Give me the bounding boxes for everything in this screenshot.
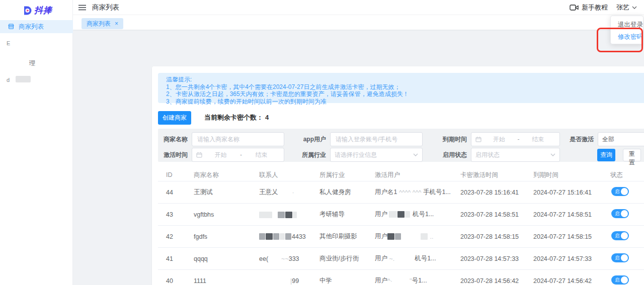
filter-label-app-user: app用户: [300, 135, 326, 144]
notice-line: 2、卡密从激活之日起，365天内有效；卡密是您的重要资产，请妥善保管，避免造成损…: [166, 90, 644, 98]
tutorial-button[interactable]: 新手教程: [570, 3, 608, 12]
notice-box: 温馨提示: 1、您一共剩余4个卡密，其中4个需要在2024-07-27日之前生成…: [158, 73, 644, 103]
status-toggle[interactable]: 启: [611, 275, 629, 284]
industry-select[interactable]: 请选择行业信息: [330, 148, 423, 162]
shop-icon: [8, 23, 15, 30]
table-cell: 4433: [259, 233, 319, 240]
table-row: 401111|99中学用户^·''号1...2023-07-28 14:56:4…: [158, 270, 644, 285]
chevron-down-icon: [550, 153, 555, 156]
toggle-on-label: 启: [615, 277, 619, 283]
app-user-input[interactable]: [335, 135, 418, 143]
status-toggle[interactable]: 启: [611, 253, 629, 262]
table-cell: 用户 ~.机号1...: [375, 254, 460, 263]
menu-toggle-icon[interactable]: [78, 5, 86, 11]
table-cell: 2024-07-27 14:58:51: [533, 211, 610, 218]
date-start-placeholder: 开始: [202, 151, 239, 159]
table-cell: 2023-07-28 15:16:41: [460, 188, 533, 196]
select-value: 全部: [602, 135, 614, 144]
table-cell: 40: [158, 277, 194, 284]
activate-time-daterange[interactable]: 开始 - 结束: [192, 148, 284, 162]
table-cell: 1111: [194, 277, 259, 284]
table-cell: 2024-07-27 14:57:33: [533, 255, 610, 262]
table-cell: [259, 211, 319, 218]
menu-item-change-password[interactable]: 修改密码: [611, 31, 643, 43]
create-merchant-button[interactable]: 创建商家: [158, 111, 191, 125]
column-header: 状态: [610, 171, 644, 179]
merchant-table: ID商家名称联系人所属行业激活用户卡密激活时间到期时间状态操作 44王测试王意乂…: [158, 169, 644, 285]
tab-strip: 商家列表 ×: [73, 15, 644, 30]
tab-label: 商家列表: [87, 20, 111, 28]
redaction-box: [273, 233, 279, 240]
sidebar-item-merchant-list[interactable]: 商家列表: [0, 20, 73, 33]
tab-merchant-list[interactable]: 商家列表 ×: [82, 18, 123, 29]
redaction-box: [387, 233, 394, 240]
table-cell: 42: [158, 233, 194, 240]
tab-close-icon[interactable]: ×: [115, 21, 118, 27]
filter-label-is-activated: 是否激活: [570, 135, 594, 144]
sidebar: 抖捧 商家列表 E 理 d: [0, 0, 73, 285]
redaction-box: [278, 212, 285, 218]
table-cell: |99: [259, 277, 319, 284]
table-cell: 2023-07-28 14:58:51: [460, 211, 533, 218]
main-card: 温馨提示: 1、您一共剩余4个卡密，其中4个需要在2024-07-27日之前生成…: [152, 66, 644, 285]
table-cell: 2023-07-28 14:56:42: [460, 277, 533, 284]
brand-logo-text: 抖捧: [34, 5, 52, 16]
table-cell: 用户 机号1...: [375, 210, 460, 219]
search-button[interactable]: 查询: [597, 149, 615, 161]
redaction-box: [259, 212, 272, 218]
table-cell: 2023-07-28 14:57:33: [460, 255, 533, 262]
column-header: 激活用户: [375, 171, 460, 179]
table-cell: 其他印刷摄影: [319, 232, 375, 241]
redaction-box: [285, 233, 291, 240]
toggle-knob: [621, 188, 628, 195]
reset-button[interactable]: 重置: [623, 149, 641, 161]
column-header: 所属行业: [319, 171, 375, 179]
merchant-name-input[interactable]: [196, 135, 280, 143]
sidebar-item-label: 商家列表: [19, 23, 44, 31]
column-header: 卡密激活时间: [460, 171, 533, 179]
notice-line: 3、商家提前续费，续费的开始时间以前一次的到期时间为准: [166, 98, 644, 106]
table-row: 41qqqqee(~~333商业街/步行街用户 ~.机号1...2023-07-…: [158, 248, 644, 270]
status-toggle[interactable]: 启: [611, 187, 629, 196]
sidebar-redaction-box: [16, 76, 31, 82]
status-toggle[interactable]: 启: [611, 209, 629, 218]
filter-label-industry: 所属行业: [300, 151, 326, 159]
table-body: 44王测试王意乂·私人健身房用户名1 ^^^^ ^^^ 手机号1...2023-…: [158, 181, 644, 285]
table-cell-status: 启: [610, 275, 644, 285]
calendar-icon: [196, 152, 202, 158]
table-cell: 2023-07-28 14:58:15: [460, 233, 533, 240]
user-menu-trigger[interactable]: 张艺: [616, 3, 637, 12]
content-area: 温馨提示: 1、您一共剩余4个卡密，其中4个需要在2024-07-27日之前生成…: [73, 30, 644, 285]
chevron-down-icon: [632, 6, 637, 9]
menu-item-logout[interactable]: 退出登录: [611, 19, 643, 31]
table-cell-status: 启: [610, 187, 644, 198]
redaction-box: [280, 233, 285, 240]
status-toggle[interactable]: 启: [611, 231, 629, 240]
expire-time-daterange[interactable]: 开始 - 结束: [471, 132, 560, 146]
enable-status-select[interactable]: 启用状态: [471, 148, 560, 162]
filter-label-enable-status: 启用状态: [443, 151, 467, 159]
filter-panel: 商家名称 app用户 到期时间: [158, 129, 644, 162]
is-activated-select[interactable]: 全部: [598, 132, 644, 146]
redaction-box: [266, 233, 273, 240]
table-cell-status: 启: [610, 231, 644, 242]
table-cell-status: 启: [610, 209, 644, 220]
table-cell: 2024-07-27 14:56:42: [533, 277, 610, 284]
table-cell: 用户^·''号1...: [375, 276, 460, 285]
filter-label-merchant-name: 商家名称: [158, 135, 188, 144]
tutorial-label: 新手教程: [582, 3, 608, 12]
remaining-count: 当前剩余卡密个数：4: [204, 113, 269, 122]
table-cell: 用户 ..: [375, 232, 460, 241]
select-placeholder: 启用状态: [475, 151, 500, 159]
date-end-placeholder: 结束: [243, 151, 280, 159]
table-cell: 41: [158, 255, 194, 262]
toggle-on-label: 启: [615, 233, 619, 239]
toolbar: 创建商家 当前剩余卡密个数：4: [158, 111, 269, 125]
table-cell: 王意乂·: [259, 188, 319, 197]
table-cell: 用户名1 ^^^^ ^^^ 手机号1...: [375, 188, 460, 197]
app-window: 抖捧 商家列表 E 理 d 商家列表: [0, 0, 644, 285]
toggle-on-label: 启: [615, 188, 619, 195]
brand-logo-icon: [22, 6, 32, 16]
redaction-box: [285, 212, 292, 218]
redaction-box: [395, 233, 401, 240]
